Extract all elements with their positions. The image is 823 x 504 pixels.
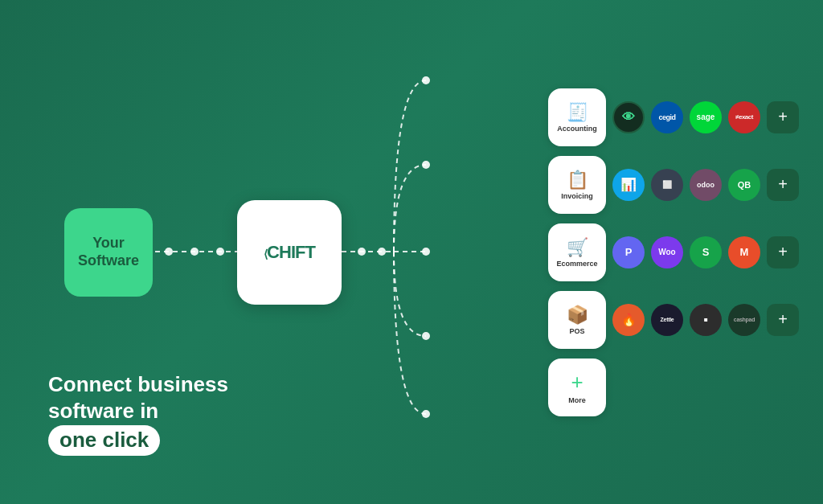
invoicing-icon: 📋: [567, 170, 588, 191]
logo-sage[interactable]: sage: [690, 101, 722, 133]
chift-box[interactable]: ⟨CHIFT: [237, 200, 342, 305]
accounting-icon: 🧾: [567, 102, 588, 123]
pos-label: POS: [569, 327, 584, 335]
accounting-label: Accounting: [557, 125, 597, 133]
more-icon: +: [571, 370, 583, 395]
logo-invoice2[interactable]: ⬜: [651, 169, 683, 201]
logo-penneo[interactable]: 👁: [612, 101, 645, 133]
category-row-pos: 📦 POS 🔥 Zettle ▪ cashpad +: [548, 291, 799, 349]
invoicing-label: Invoicing: [561, 192, 593, 200]
pos-icon: 📦: [567, 305, 588, 326]
logo-zettle[interactable]: Zettle: [651, 304, 683, 336]
invoicing-icon-box[interactable]: 📋 Invoicing: [548, 156, 606, 214]
logo-cegid[interactable]: cegid: [651, 101, 683, 133]
ecommerce-plus-btn[interactable]: +: [767, 236, 799, 268]
logo-woo[interactable]: Woo: [651, 236, 683, 268]
ecommerce-icon: 🛒: [567, 237, 588, 258]
invoicing-plus-btn[interactable]: +: [767, 169, 799, 201]
ecommerce-icon-box[interactable]: 🛒 Ecommerce: [548, 223, 606, 281]
categories-container: 🧾 Accounting 👁 cegid sage ≠exact + 📋 Inv…: [548, 88, 799, 416]
logo-odoo[interactable]: odoo: [690, 169, 722, 201]
accounting-plus-btn[interactable]: +: [767, 101, 799, 133]
more-icon-box[interactable]: + More: [548, 359, 606, 416]
highlight-pill: one click: [48, 425, 160, 456]
logo-square[interactable]: ▪: [690, 304, 722, 336]
bottom-line2: software in one click: [48, 398, 273, 456]
logo-loyverse[interactable]: 🔥: [612, 304, 645, 336]
chift-logo: ⟨CHIFT: [264, 242, 315, 263]
logo-paazl[interactable]: P: [612, 236, 645, 268]
bottom-line1: Connect business: [48, 371, 273, 399]
category-row-invoicing: 📋 Invoicing 📊 ⬜ odoo QB +: [548, 156, 799, 214]
your-software-label: Your Software: [78, 235, 139, 269]
accounting-icon-box[interactable]: 🧾 Accounting: [548, 88, 606, 146]
your-software-box: Your Software: [64, 208, 153, 297]
ecommerce-label: Ecommerce: [556, 260, 597, 268]
logo-magento[interactable]: M: [728, 236, 760, 268]
logo-teamleader[interactable]: 📊: [612, 169, 645, 201]
logo-cashpad[interactable]: cashpad: [728, 304, 760, 336]
pos-icon-box[interactable]: 📦 POS: [548, 291, 606, 349]
logo-exact[interactable]: ≠exact: [728, 101, 760, 133]
logo-shopify[interactable]: S: [690, 236, 722, 268]
pos-plus-btn[interactable]: +: [767, 304, 799, 336]
more-label: More: [568, 396, 586, 404]
category-row-more: + More: [548, 359, 799, 416]
category-row-accounting: 🧾 Accounting 👁 cegid sage ≠exact +: [548, 88, 799, 146]
bottom-text-area: Connect business software in one click: [48, 371, 273, 456]
logo-quickbooks[interactable]: QB: [728, 169, 760, 201]
category-row-ecommerce: 🛒 Ecommerce P Woo S M +: [548, 223, 799, 281]
